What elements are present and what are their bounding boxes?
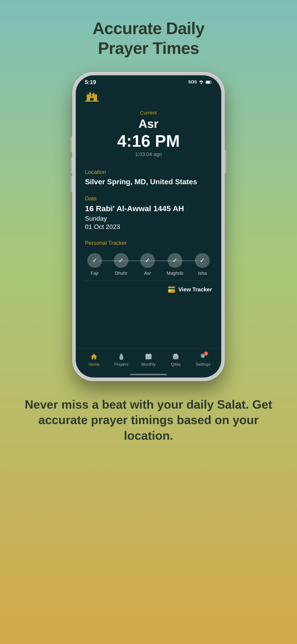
settings-badge: 1 bbox=[204, 352, 208, 356]
svg-rect-5 bbox=[96, 94, 97, 101]
date-day: Sunday bbox=[85, 215, 212, 222]
monthly-nav-icon bbox=[144, 352, 153, 361]
svg-point-0 bbox=[201, 83, 202, 84]
date-hijri: 16 Rabi' Al-Awwal 1445 AH bbox=[85, 204, 212, 213]
prayer-time: 4:16 PM bbox=[85, 132, 212, 150]
svg-rect-15 bbox=[146, 354, 152, 356]
svg-rect-3 bbox=[85, 101, 99, 102]
wifi-icon bbox=[199, 80, 204, 84]
prayer-name: Asr bbox=[85, 117, 212, 130]
svg-rect-2 bbox=[206, 81, 210, 83]
mosque-svg bbox=[85, 92, 99, 102]
svg-point-19 bbox=[148, 358, 149, 358]
svg-rect-22 bbox=[174, 354, 178, 356]
location-label: Location bbox=[85, 169, 212, 175]
tracker-label: Personal Tracker bbox=[85, 240, 212, 246]
date-label: Date bbox=[85, 195, 212, 202]
nav-label-qibla: Qibla bbox=[171, 362, 180, 367]
nav-label-prayers: Prayers bbox=[114, 362, 128, 367]
status-icons: SOS bbox=[188, 80, 212, 84]
tracker-maghrib[interactable]: ✓ Maghrib bbox=[167, 253, 183, 276]
home-nav-icon bbox=[90, 352, 98, 361]
page-title: Accurate Daily Prayer Times bbox=[92, 18, 204, 58]
date-section: Date 16 Rabi' Al-Awwal 1445 AH Sunday 01… bbox=[85, 195, 212, 230]
nav-item-home[interactable]: Home bbox=[85, 352, 103, 367]
svg-rect-16 bbox=[147, 353, 147, 355]
svg-rect-10 bbox=[168, 288, 175, 289]
svg-rect-13 bbox=[120, 359, 122, 360]
status-time: 5:19 bbox=[85, 79, 96, 86]
prayer-ago: 1:03:04 ago bbox=[85, 151, 212, 157]
nav-label-settings: Settings bbox=[196, 362, 210, 367]
screen-content: Current Asr 4:16 PM 1:03:04 ago Location… bbox=[76, 87, 221, 348]
bottom-marketing-text: Never miss a beat with your daily Salat.… bbox=[0, 397, 297, 444]
svg-rect-17 bbox=[150, 353, 150, 355]
qibla-nav-icon bbox=[172, 352, 180, 361]
nav-label-monthly: Monthly bbox=[141, 362, 156, 367]
mosque-icon bbox=[85, 92, 212, 103]
status-bar: 5:19 SOS bbox=[76, 75, 221, 87]
svg-point-18 bbox=[147, 358, 148, 358]
date-gregorian: 01 Oct 2023 bbox=[85, 223, 212, 230]
calendar-icon bbox=[168, 286, 176, 294]
view-tracker-label: View Tracker bbox=[178, 286, 212, 293]
svg-rect-11 bbox=[169, 290, 170, 291]
nav-item-settings[interactable]: 1 Settings bbox=[194, 352, 212, 367]
settings-nav-icon: 1 bbox=[199, 352, 207, 361]
nav-label-home: Home bbox=[88, 362, 100, 367]
location-value: Silver Spring, MD, United States bbox=[85, 178, 212, 186]
sos-label: SOS bbox=[188, 80, 197, 84]
tracker-fajr[interactable]: ✓ Fajr bbox=[87, 253, 102, 276]
tracker-isha[interactable]: ✓ Isha bbox=[195, 253, 210, 276]
tracker-asr[interactable]: ✓ Asr bbox=[140, 253, 155, 276]
svg-point-20 bbox=[150, 358, 150, 358]
battery-icon bbox=[206, 80, 212, 84]
prayers-nav-icon bbox=[117, 352, 126, 361]
svg-rect-12 bbox=[120, 356, 123, 359]
svg-rect-8 bbox=[169, 286, 170, 288]
nav-item-prayers[interactable]: Prayers bbox=[112, 352, 130, 367]
phone-mockup: 5:19 SOS bbox=[72, 72, 224, 381]
nav-item-qibla[interactable]: Qibla bbox=[166, 352, 185, 367]
svg-rect-9 bbox=[173, 286, 174, 288]
tracker-prayers: ✓ Fajr ✓ Dhuhr ✓ bbox=[85, 248, 212, 278]
current-prayer-label: Current bbox=[85, 110, 212, 116]
view-tracker-button[interactable]: View Tracker bbox=[85, 286, 212, 294]
svg-rect-4 bbox=[87, 94, 88, 101]
personal-tracker-section: Personal Tracker ✓ Fajr ✓ bbox=[85, 240, 212, 294]
nav-item-monthly[interactable]: Monthly bbox=[139, 352, 158, 367]
tracker-dhuhr[interactable]: ✓ Dhuhr bbox=[114, 253, 128, 276]
bottom-nav: Home Prayers bbox=[76, 348, 221, 374]
tracker-divider bbox=[85, 280, 212, 281]
home-indicator bbox=[130, 374, 167, 375]
